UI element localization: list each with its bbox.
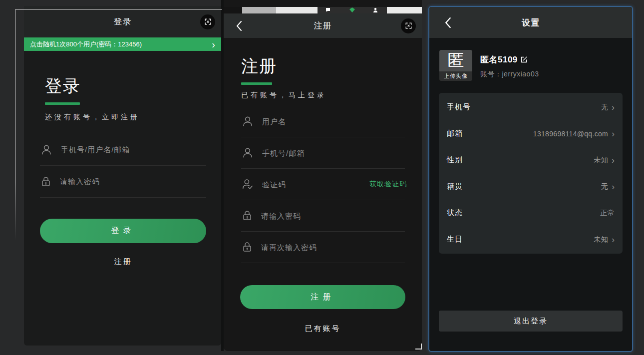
login-submit-button[interactable]: 登录 — [40, 219, 206, 243]
password-field-row — [241, 200, 405, 232]
nickname: 匿名5109 — [480, 54, 518, 65]
row-value: 未知 — [594, 235, 608, 244]
register-subtitle: 已有账号，马上登录 — [241, 91, 405, 100]
password-input[interactable] — [60, 177, 206, 186]
register-submit-button[interactable]: 注册 — [240, 285, 405, 309]
register-fields: 获取验证码 — [241, 106, 405, 263]
row-label: 籍贯 — [447, 182, 463, 191]
register-header: 注册 — [224, 13, 422, 38]
captcha-input[interactable] — [262, 180, 361, 189]
avatar[interactable]: 匿 上传头像 — [439, 50, 472, 81]
setting-row-status: 状态 正常 — [439, 200, 623, 226]
go-register-link[interactable]: 注册 — [40, 257, 206, 267]
chat-bubble-icon — [325, 7, 330, 12]
person-icon — [40, 143, 53, 156]
setting-row-hometown[interactable]: 籍贯 无 › — [439, 173, 623, 200]
password-field-row — [40, 166, 206, 198]
setting-row-gender[interactable]: 性别 未知 › — [439, 147, 623, 173]
register-page-title: 注册 — [241, 55, 405, 78]
login-page-title: 登录 — [45, 75, 206, 98]
desktop-stage: 登录 点击随机1次800个用户(密码：123456) › 登录 还没有账号，立即… — [0, 0, 644, 355]
window-outline-corner — [415, 344, 422, 350]
fullscreen-icon — [204, 18, 212, 25]
profile-section: 匿 上传头像 匿名5109 账号：jerryxiao03 — [429, 38, 632, 81]
title-underline — [45, 102, 80, 105]
row-value: 无 — [601, 103, 608, 112]
setting-row-phone[interactable]: 手机号 无 › — [439, 94, 623, 120]
title-underline — [241, 82, 272, 85]
chevron-right-icon: › — [612, 129, 615, 138]
avatar-placeholder-char: 匿 — [448, 50, 464, 71]
row-label: 邮箱 — [447, 129, 463, 138]
window-outline-top — [15, 9, 222, 10]
register-body: 注册 已有账号，马上登录 — [224, 38, 422, 334]
strip-segment — [318, 7, 387, 13]
person-icon — [241, 146, 254, 159]
confirm-password-input[interactable] — [261, 243, 405, 252]
row-label: 手机号 — [447, 102, 471, 112]
chevron-right-icon: › — [612, 156, 615, 165]
lock-icon — [241, 241, 253, 253]
row-value: 正常 — [600, 209, 615, 218]
person-icon — [241, 115, 254, 128]
username-field-row — [241, 106, 405, 137]
login-header: 登录 — [24, 6, 221, 37]
back-button[interactable] — [441, 16, 454, 29]
account-line: 账号：jerryxiao03 — [480, 70, 539, 79]
back-chevron-icon — [236, 21, 243, 31]
back-button[interactable] — [233, 19, 246, 32]
settings-header-title: 设置 — [522, 17, 540, 28]
strip-segment — [224, 7, 242, 13]
person-check-icon — [241, 178, 254, 191]
register-screen: 注册 注册 已有账号，马上登录 — [224, 0, 422, 351]
get-captcha-link[interactable]: 获取验证码 — [369, 180, 407, 189]
register-header-title: 注册 — [314, 20, 332, 31]
username-input[interactable] — [61, 145, 206, 154]
lock-icon — [241, 210, 253, 222]
lock-icon — [40, 176, 52, 188]
settings-header: 设置 — [429, 7, 632, 38]
username-input[interactable] — [262, 117, 405, 126]
banner-label: 点击随机1次800个用户(密码：123456) — [30, 40, 142, 49]
fullscreen-button[interactable] — [401, 18, 416, 33]
settings-list: 手机号 无 › 邮箱 13189698114@qq.com › 性别 未知 › … — [439, 93, 623, 254]
chevron-right-icon: › — [612, 182, 615, 191]
fullscreen-button[interactable] — [200, 14, 215, 29]
chevron-right-icon: › — [612, 103, 615, 112]
row-label: 状态 — [447, 208, 463, 218]
logout-button[interactable]: 退出登录 — [439, 311, 623, 332]
login-body: 登录 还没有账号，立即注册 — [24, 51, 221, 267]
fullscreen-icon — [405, 22, 412, 29]
row-value: 13189698114@qq.com — [533, 130, 608, 138]
upload-avatar-label: 上传头像 — [439, 71, 472, 81]
confirm-password-field-row — [241, 232, 405, 263]
row-label: 生日 — [447, 235, 463, 244]
chevron-right-icon: › — [212, 39, 215, 49]
setting-row-birthday[interactable]: 生日 未知 › — [439, 226, 623, 253]
login-header-title: 登录 — [114, 16, 132, 27]
random-users-banner[interactable]: 点击随机1次800个用户(密码：123456) › — [24, 37, 221, 51]
nickname-row: 匿名5109 — [480, 54, 539, 65]
login-fields — [40, 134, 206, 198]
row-value: 无 — [601, 182, 608, 191]
captcha-field-row: 获取验证码 — [241, 169, 405, 200]
window-outline-left — [15, 9, 15, 240]
settings-screen: 设置 匿 上传头像 匿名5109 账号：jerryxiao03 — [428, 6, 633, 352]
chevron-right-icon: › — [612, 235, 615, 244]
back-chevron-icon — [444, 17, 452, 28]
gem-icon — [349, 7, 355, 12]
row-value: 未知 — [594, 156, 608, 165]
underlying-window-strip — [224, 7, 422, 13]
have-account-link[interactable]: 已有账号 — [240, 324, 405, 334]
setting-row-email[interactable]: 邮箱 13189698114@qq.com › — [439, 120, 623, 147]
edit-icon[interactable] — [520, 56, 528, 63]
profile-info: 匿名5109 账号：jerryxiao03 — [480, 50, 539, 81]
login-screen: 登录 点击随机1次800个用户(密码：123456) › 登录 还没有账号，立即… — [24, 6, 221, 346]
username-field-row — [40, 134, 206, 166]
password-input[interactable] — [261, 212, 405, 220]
strip-segment — [387, 7, 422, 13]
person-icon — [373, 7, 378, 12]
strip-segment — [276, 7, 318, 13]
login-subtitle: 还没有账号，立即注册 — [45, 113, 206, 122]
phone-email-input[interactable] — [262, 149, 405, 157]
